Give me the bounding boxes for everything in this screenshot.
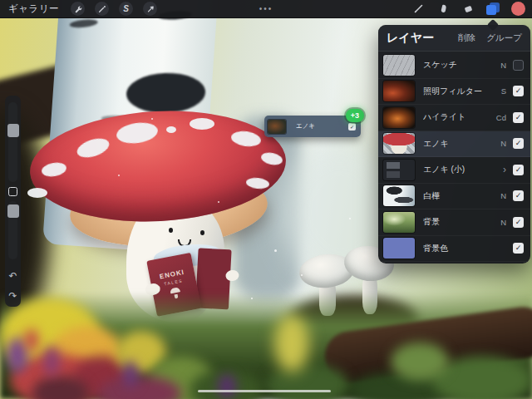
layer-row-bg-color[interactable]: 背景色✓ [378,236,530,263]
wrench-icon [74,5,82,13]
layer-visibility-checkbox[interactable]: ✓ [513,86,524,96]
color-picker-button[interactable] [505,0,530,18]
top-toolbar: ギャラリー S ••• [0,0,532,18]
blend-mode-button[interactable]: S [491,86,506,96]
selection-s-icon: S [123,4,129,13]
layer-thumbnail[interactable] [383,55,415,76]
layer-row-sketch[interactable]: スケッチN [378,52,530,79]
group-button[interactable]: グループ [486,32,522,44]
home-indicator[interactable] [198,390,331,392]
procreate-app: ENOKI TALES [0,0,532,399]
selection-button[interactable]: S [119,2,133,16]
undo-icon: ↶ [8,270,17,282]
layer-name: 背景色 [423,243,491,254]
layer-thumbnail[interactable] [383,185,415,206]
blend-mode-button[interactable]: Cd [491,113,506,122]
sidebar-sliders: ↶ ↷ [5,96,21,307]
brush-tool-button[interactable] [406,0,431,18]
layer-thumbnail[interactable] [383,133,415,154]
drag-preview-checkbox: ✓ [348,123,356,131]
layer-row-enoki-small[interactable]: エノキ (小)›✓ [378,157,530,184]
brush-size-slider[interactable] [8,102,17,182]
brush-icon [413,3,424,14]
layer-name: 照明フィルター [423,86,491,97]
actions-wrench-button[interactable] [71,2,85,16]
smudge-tool-button[interactable] [431,0,456,18]
group-chevron-icon[interactable]: › [491,164,506,175]
blend-mode-button[interactable]: N [491,218,506,227]
undo-button[interactable]: ↶ [8,271,17,284]
transform-button[interactable] [143,2,157,16]
layer-name: スケッチ [423,59,491,71]
layer-thumbnail[interactable] [383,212,415,233]
layer-visibility-checkbox[interactable]: ✓ [513,138,524,149]
layer-thumbnail[interactable] [383,238,415,259]
eraser-icon [463,3,474,14]
delete-button[interactable]: 削除 [458,32,475,44]
blend-mode-button[interactable]: N [491,191,506,200]
modify-button[interactable] [8,187,17,196]
layer-row-background[interactable]: 背景N✓ [378,209,530,236]
blend-mode-button[interactable]: N [491,139,506,148]
art-eye-left [169,228,173,233]
layers-panel-button[interactable] [480,0,505,18]
layers-panel: レイヤー 削除 グループ スケッチN照明フィルターS✓ハイライトCd✓エノキN✓… [378,25,530,264]
layer-drag-preview[interactable]: エノキ ✓ +3 [264,116,361,137]
layer-visibility-checkbox[interactable]: ✓ [513,112,524,123]
layer-row-lighting[interactable]: 照明フィルターS✓ [378,79,530,106]
layer-visibility-checkbox[interactable]: ✓ [513,165,524,175]
adjustments-button[interactable] [95,2,109,16]
layers-panel-header: レイヤー 削除 グループ [378,25,530,52]
current-color-swatch [511,2,525,16]
layer-visibility-checkbox[interactable] [513,60,524,71]
layer-name: ハイライト [423,111,491,123]
brush-size-handle[interactable] [7,124,19,137]
layer-name: 背景 [423,216,491,228]
art-eye-right [200,230,204,235]
eraser-tool-button[interactable] [456,0,480,18]
redo-icon: ↷ [8,290,17,302]
drag-preview-label: エノキ [296,122,348,131]
layer-visibility-checkbox[interactable]: ✓ [513,217,524,228]
layer-visibility-checkbox[interactable]: ✓ [513,243,524,254]
layer-name: エノキ [423,138,491,150]
layer-row-highlight[interactable]: ハイライトCd✓ [378,105,530,131]
layer-thumbnail[interactable] [383,107,415,128]
layer-row-birch[interactable]: 白樺N✓ [378,184,530,210]
drag-preview-thumbnail [268,120,286,134]
opacity-slider[interactable] [8,201,17,259]
layers-icon [486,2,500,15]
layer-thumbnail[interactable] [383,160,415,180]
opacity-handle[interactable] [7,204,19,218]
magic-wand-icon [98,5,106,13]
smudge-finger-icon [438,3,449,14]
gallery-button[interactable]: ギャラリー [8,2,59,15]
layer-name: エノキ (小) [423,164,491,175]
layer-thumbnail[interactable] [383,81,415,101]
redo-button[interactable]: ↷ [8,291,17,304]
layer-row-enoki[interactable]: エノキN✓ [378,131,530,158]
cursor-arrow-icon [146,5,155,13]
blend-mode-button[interactable]: N [491,61,506,70]
panel-title: レイヤー [387,31,447,46]
drag-count-badge: +3 [346,109,364,122]
layer-name: 白樺 [423,190,491,202]
layer-visibility-checkbox[interactable]: ✓ [513,190,524,201]
layer-list: スケッチN照明フィルターS✓ハイライトCd✓エノキN✓エノキ (小)›✓白樺N✓… [378,52,530,262]
